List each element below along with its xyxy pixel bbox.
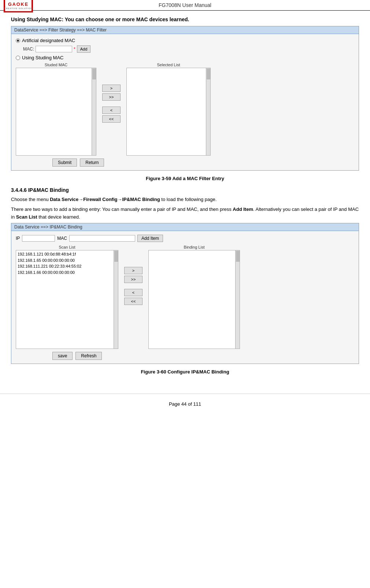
scan-list-label: Scan List [16, 245, 118, 249]
para2-end: that device learned. [37, 214, 80, 220]
scan-entry-1: 192.168.1.65 00:00:00:00:00:00 [18, 257, 113, 264]
scan-entry-2: 192.168.111.221 00:22:33:44:55:02 [18, 263, 113, 269]
list-area: Studed MAC > >> < << [16, 63, 354, 156]
selected-mac-listbox[interactable] [126, 68, 211, 156]
section2-heading: 3.4.4.6 IP&MAC Binding [11, 187, 359, 193]
scan-entry-0: 192.168.1.121 00:0d:88:48:b4:1f [18, 251, 113, 257]
section2-para1: Choose the menu Data Service→Firewall Co… [11, 196, 359, 204]
mac-field[interactable] [69, 235, 135, 242]
studied-scrollbar-thumb [92, 68, 96, 79]
section2-para1-bold: Data Service→Firewall Config→IP&MAC Bind… [50, 197, 160, 202]
mac-input-row: MAC: * Add [23, 45, 354, 53]
arrow-right1-btn[interactable]: > [102, 85, 121, 92]
add-item-button[interactable]: Add Item [137, 235, 163, 242]
arrow-left2-btn[interactable]: << [102, 115, 121, 123]
svg-text:GAOKE: GAOKE [8, 2, 29, 7]
ip-arrow-right2-btn[interactable]: >> [124, 276, 143, 283]
ip-label: IP [16, 236, 20, 241]
selected-scrollbar[interactable] [206, 68, 210, 155]
mac-label-2: MAC [57, 236, 67, 241]
radio-artificial[interactable] [16, 38, 20, 43]
refresh-button[interactable]: Refresh [75, 352, 102, 360]
save-button[interactable]: save [52, 352, 73, 360]
page-footer: Page 44 of 111 [0, 394, 370, 410]
ip-field[interactable] [22, 235, 55, 242]
ip-arrow-right1-btn[interactable]: > [124, 267, 143, 274]
radio-studing[interactable] [16, 56, 20, 60]
figure-3-59-caption: Figure 3-59 Add a MAC Filter Entry [11, 176, 359, 181]
selected-list-col: Selected List [126, 63, 211, 156]
section1-title-bold: Using Studying MAC: [11, 16, 63, 22]
radio-row-1: Artificial designated MAC [16, 38, 354, 43]
arrow-left1-btn[interactable]: < [102, 107, 121, 114]
figure-3-60-caption: Figure 3-60 Configure IP&MAC Binding [11, 369, 359, 375]
required-star: * [74, 46, 75, 52]
ip-mac-top-row: IP MAC Add Item [16, 235, 354, 242]
binding-list-col: Binding List [148, 245, 240, 349]
section1-title-text: You can choose one or more MAC devices l… [63, 16, 189, 22]
ip-arrow-left1-btn[interactable]: < [124, 289, 143, 296]
binding-list-label: Binding List [148, 245, 240, 249]
ip-mac-panel-title: Data Service ==> IP&MAC Binding [11, 223, 359, 231]
submit-button[interactable]: Submit [52, 159, 77, 167]
mac-filter-panel-body: Artificial designated MAC MAC: * Add Usi… [11, 34, 359, 170]
logo-area: GAOKE CREATIVE SOLUTION [4, 0, 33, 12]
page-number: Page 44 of 111 [169, 401, 201, 407]
ip-mac-panel-body: IP MAC Add Item Scan List 192.168.1.121 … [11, 231, 359, 364]
scan-list-col: Scan List 192.168.1.121 00:0d:88:48:b4:1… [16, 245, 118, 349]
studied-mac-col: Studed MAC [16, 63, 96, 156]
page-title: FG7008N User Manual [159, 2, 211, 8]
radio2-label: Using Studing MAC [22, 55, 63, 60]
selected-scrollbar-thumb [207, 68, 210, 79]
mac-label: MAC: [23, 46, 34, 52]
studied-scrollbar[interactable] [92, 68, 96, 155]
binding-list-box[interactable] [148, 250, 240, 349]
radio-row-2: Using Studing MAC [16, 55, 354, 60]
scan-scrollbar[interactable] [114, 250, 118, 349]
scan-list-box[interactable]: 192.168.1.121 00:0d:88:48:b4:1f 192.168.… [16, 250, 118, 349]
logo-box: GAOKE CREATIVE SOLUTION [4, 0, 33, 12]
scan-scrollbar-thumb [114, 251, 118, 262]
page-header: GAOKE CREATIVE SOLUTION FG7008N User Man… [0, 0, 370, 11]
ip-mac-panel: Data Service ==> IP&MAC Binding IP MAC A… [11, 223, 359, 364]
ip-mac-arrow-col: > >> < << [118, 267, 148, 305]
section2-para2: There are two ways to add a binding entr… [11, 206, 359, 221]
return-button[interactable]: Return [80, 159, 104, 167]
ip-arrow-left2-btn[interactable]: << [124, 298, 143, 305]
main-content: Using Studying MAC: You can choose one o… [0, 11, 370, 386]
mac-filter-panel: DataService ==> Filter Strategy ==> MAC … [11, 26, 359, 171]
arrow-col: > >> < << [96, 85, 126, 123]
arrow-right2-btn[interactable]: >> [102, 93, 121, 101]
scan-entry-3: 192.168.1.66 00:00:00:00:00:00 [18, 269, 113, 276]
mac-input[interactable] [36, 46, 72, 52]
binding-scrollbar[interactable] [235, 250, 240, 349]
mac-filter-bottom-btns: Submit Return [16, 159, 354, 167]
scan-list-bold: Scan List [16, 214, 37, 220]
binding-scrollbar-thumb [236, 251, 240, 262]
para2-start: There are two ways to add a binding entr… [11, 206, 232, 212]
section1-title: Using Studying MAC: You can choose one o… [11, 16, 359, 22]
mac-filter-panel-title: DataService ==> Filter Strategy ==> MAC … [11, 26, 359, 34]
add-mac-button[interactable]: Add [77, 45, 91, 53]
svg-text:CREATIVE SOLUTION: CREATIVE SOLUTION [4, 7, 32, 10]
radio1-label: Artificial designated MAC [22, 38, 75, 43]
ip-mac-bottom-btns: save Refresh [16, 352, 354, 360]
scan-binding-area: Scan List 192.168.1.121 00:0d:88:48:b4:1… [16, 245, 354, 349]
studied-mac-label: Studed MAC [16, 63, 96, 67]
studied-mac-listbox[interactable] [16, 68, 96, 156]
add-item-bold: Add Item [233, 206, 253, 212]
selected-list-label: Selected List [126, 63, 211, 67]
